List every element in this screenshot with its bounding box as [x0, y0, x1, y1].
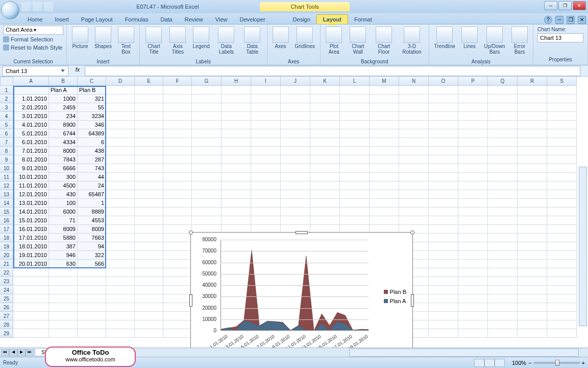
cell[interactable]	[429, 294, 458, 303]
row-header-29[interactable]: 29	[0, 329, 13, 338]
cell[interactable]	[340, 121, 370, 129]
cell[interactable]	[251, 190, 281, 199]
cell[interactable]	[370, 147, 399, 155]
row-header-23[interactable]: 23	[0, 277, 13, 286]
cell[interactable]	[310, 121, 340, 129]
cell[interactable]: 1	[78, 199, 106, 208]
cell[interactable]	[106, 121, 135, 129]
cell[interactable]	[547, 260, 577, 268]
column-header-a[interactable]: A	[13, 77, 49, 86]
cell[interactable]	[458, 286, 488, 294]
cell[interactable]	[135, 86, 163, 95]
cell[interactable]	[251, 129, 281, 138]
cell[interactable]	[106, 190, 135, 199]
cell[interactable]	[488, 268, 518, 277]
cell[interactable]: 19.01.2010	[13, 251, 49, 260]
cell[interactable]: 4.01.2010	[13, 121, 49, 129]
cell[interactable]	[518, 251, 547, 260]
cell[interactable]	[488, 260, 518, 268]
cell[interactable]	[518, 155, 547, 164]
cell[interactable]	[49, 294, 78, 303]
cell[interactable]: 4500	[49, 181, 78, 190]
cell[interactable]: 6666	[49, 164, 78, 173]
cell[interactable]	[429, 286, 458, 294]
reset-style-button[interactable]: Reset to Match Style	[3, 44, 63, 51]
lines-button[interactable]: Lines	[459, 26, 480, 50]
chart-handle-t[interactable]	[296, 231, 308, 234]
cell[interactable]	[399, 216, 429, 225]
cell[interactable]: 3.01.2010	[13, 112, 49, 121]
cell[interactable]	[518, 138, 547, 147]
row-header-27[interactable]: 27	[0, 312, 13, 320]
maximize-button[interactable]: ❐	[558, 1, 572, 10]
cell[interactable]	[106, 277, 135, 286]
row-header-2[interactable]: 2	[0, 95, 13, 103]
cell[interactable]: 946	[49, 251, 78, 260]
cell[interactable]	[106, 95, 135, 103]
cell[interactable]	[251, 199, 281, 208]
textbox-button[interactable]: Text Box	[116, 26, 136, 56]
cell[interactable]	[370, 190, 399, 199]
cell[interactable]: 2.01.2010	[13, 103, 49, 112]
cell[interactable]	[399, 95, 429, 103]
cell[interactable]	[340, 216, 370, 225]
cell[interactable]	[163, 294, 192, 303]
cell[interactable]	[78, 303, 106, 312]
cell[interactable]	[458, 320, 488, 329]
cell[interactable]	[163, 251, 192, 260]
cell[interactable]	[399, 199, 429, 208]
cell[interactable]	[547, 294, 577, 303]
cell[interactable]	[222, 190, 251, 199]
cell[interactable]: 18.01.2010	[13, 242, 49, 251]
cell[interactable]	[310, 216, 340, 225]
cell[interactable]	[135, 138, 163, 147]
row-header-21[interactable]: 21	[0, 260, 13, 268]
cell[interactable]	[429, 329, 458, 338]
data-labels-button[interactable]: Data Labels	[214, 26, 239, 56]
view-normal-button[interactable]	[474, 359, 484, 367]
cell[interactable]	[518, 268, 547, 277]
tab-formulas[interactable]: Formulas	[119, 15, 155, 24]
cell[interactable]	[310, 86, 340, 95]
cell[interactable]	[192, 190, 222, 199]
cell[interactable]	[310, 129, 340, 138]
qat-save-icon[interactable]	[21, 2, 31, 11]
cell[interactable]	[135, 234, 163, 242]
cell[interactable]	[251, 173, 281, 181]
cell[interactable]	[281, 155, 310, 164]
cell[interactable]: 743	[78, 164, 106, 173]
cell[interactable]	[135, 190, 163, 199]
cell[interactable]	[135, 155, 163, 164]
cell[interactable]	[429, 234, 458, 242]
cell[interactable]	[135, 208, 163, 216]
cell[interactable]	[429, 312, 458, 320]
cell[interactable]	[458, 173, 488, 181]
cell[interactable]	[106, 286, 135, 294]
cell[interactable]	[222, 138, 251, 147]
cell[interactable]	[458, 95, 488, 103]
cell[interactable]	[163, 312, 192, 320]
chart-floor-button[interactable]: Chart Floor	[372, 26, 396, 56]
close-button[interactable]: ✕	[573, 1, 586, 10]
cell[interactable]	[458, 208, 488, 216]
cell[interactable]	[135, 129, 163, 138]
name-box[interactable]: Chart 13	[2, 66, 68, 76]
cell[interactable]	[458, 303, 488, 312]
cell[interactable]	[518, 294, 547, 303]
gridlines-button[interactable]: Gridlines	[293, 26, 317, 50]
cell[interactable]	[281, 86, 310, 95]
cell[interactable]	[370, 208, 399, 216]
cell[interactable]: 8009	[78, 225, 106, 234]
cell[interactable]	[399, 208, 429, 216]
cell[interactable]	[547, 103, 577, 112]
cell[interactable]	[488, 312, 518, 320]
cell[interactable]	[429, 208, 458, 216]
cell[interactable]	[135, 216, 163, 225]
cell[interactable]	[518, 95, 547, 103]
cell[interactable]	[222, 121, 251, 129]
minimize-ribbon-button[interactable]: ─	[555, 16, 564, 24]
help-icon[interactable]: ?	[544, 16, 552, 24]
cell[interactable]	[106, 155, 135, 164]
cell[interactable]	[458, 234, 488, 242]
cell[interactable]	[458, 129, 488, 138]
